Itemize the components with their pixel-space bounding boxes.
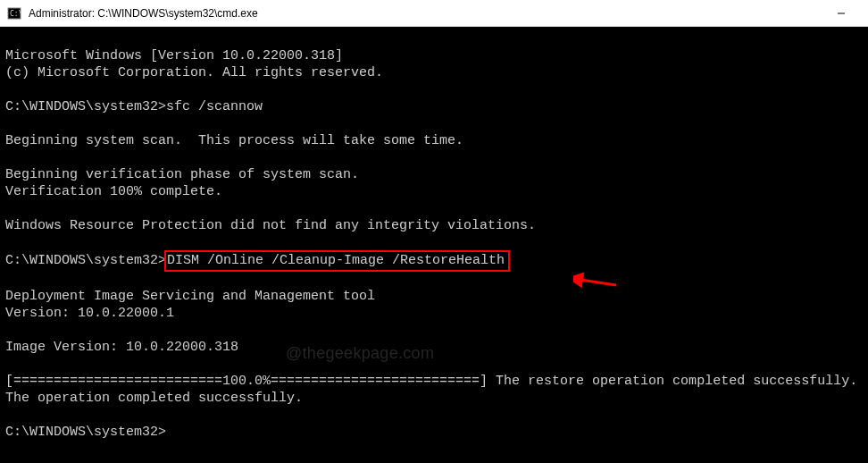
titlebar[interactable]: C:\ Administrator: C:\WINDOWS\system32\c… <box>0 0 868 27</box>
svg-text:C:\: C:\ <box>10 10 21 18</box>
terminal-output[interactable]: Microsoft Windows [Version 10.0.22000.31… <box>0 27 868 463</box>
window-title: Administrator: C:\WINDOWS\system32\cmd.e… <box>29 7 814 20</box>
output-line: Deployment Image Servicing and Managemen… <box>5 289 375 304</box>
prompt-line: C:\WINDOWS\system32>DISM /Online /Cleanu… <box>5 253 510 268</box>
output-line: Microsoft Windows [Version 10.0.22000.31… <box>5 48 343 63</box>
output-line: (c) Microsoft Corporation. All rights re… <box>5 65 383 80</box>
output-line: Beginning system scan. This process will… <box>5 133 463 148</box>
command-text: sfc /scannow <box>166 99 263 114</box>
output-line: The operation completed successfully. <box>5 391 303 406</box>
output-line: [==========================100.0%=======… <box>5 374 857 389</box>
prompt-line: C:\WINDOWS\system32>sfc /scannow <box>5 99 263 114</box>
prompt-path: C:\WINDOWS\system32> <box>5 425 166 440</box>
output-line: Windows Resource Protection did not find… <box>5 218 536 233</box>
cmd-window: C:\ Administrator: C:\WINDOWS\system32\c… <box>0 0 868 463</box>
prompt-path: C:\WINDOWS\system32> <box>5 99 166 114</box>
output-line: Verification 100% complete. <box>5 184 222 199</box>
output-line: Beginning verification phase of system s… <box>5 167 359 182</box>
prompt-path: C:\WINDOWS\system32> <box>5 253 166 268</box>
annotation-arrow-icon <box>525 256 570 274</box>
svg-line-4 <box>580 280 616 285</box>
cmd-icon: C:\ <box>7 6 21 21</box>
prompt-line: C:\WINDOWS\system32> <box>5 425 166 440</box>
minimize-button[interactable] <box>821 0 861 27</box>
highlighted-command: DISM /Online /Cleanup-Image /RestoreHeal… <box>164 250 510 272</box>
output-line: Image Version: 10.0.22000.318 <box>5 340 238 355</box>
watermark-text: @thegeekpage.com <box>286 345 434 362</box>
output-line: Version: 10.0.22000.1 <box>5 306 174 321</box>
window-controls <box>821 0 861 27</box>
